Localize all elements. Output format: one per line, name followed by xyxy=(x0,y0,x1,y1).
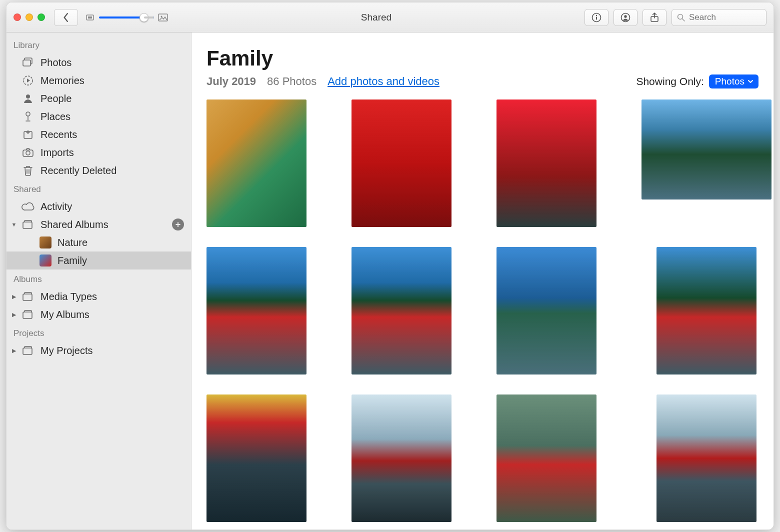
sidebar-item-shared-albums[interactable]: ▼ Shared Albums + xyxy=(6,216,191,234)
titlebar: Shared xyxy=(6,2,774,32)
search-input[interactable] xyxy=(689,12,761,22)
photo-thumbnail[interactable] xyxy=(206,394,306,522)
search-field[interactable] xyxy=(672,9,766,26)
photo-thumbnail[interactable] xyxy=(352,394,452,522)
showing-filter: Showing Only: Photos xyxy=(636,74,758,88)
photo-thumbnail[interactable] xyxy=(496,247,596,374)
photo-grid xyxy=(206,100,758,522)
sidebar-item-label: Activity xyxy=(40,201,72,212)
svg-rect-19 xyxy=(23,222,32,228)
sidebar-item-places[interactable]: Places xyxy=(6,108,191,126)
sidebar-item-family[interactable]: Family xyxy=(6,252,191,270)
sidebar-item-label: Memories xyxy=(40,75,84,86)
disclosure-triangle-icon[interactable]: ▶ xyxy=(10,347,18,354)
photo-thumbnail[interactable] xyxy=(352,100,452,227)
sidebar-item-memories[interactable]: Memories xyxy=(6,72,191,90)
photo-thumbnail[interactable] xyxy=(496,100,596,227)
filter-pill[interactable]: Photos xyxy=(709,74,758,88)
svg-rect-22 xyxy=(23,348,32,354)
person-circle-icon xyxy=(620,12,630,22)
cloud-icon xyxy=(22,200,34,212)
album-thumbnail-icon xyxy=(40,236,52,248)
showing-label: Showing Only: xyxy=(636,76,704,88)
add-photos-link[interactable]: Add photos and videos xyxy=(328,75,440,88)
svg-rect-1 xyxy=(88,16,92,18)
album-date: July 2019 xyxy=(206,75,256,88)
zoom-small-icon xyxy=(86,14,95,21)
back-button[interactable] xyxy=(54,9,78,26)
disclosure-triangle-icon[interactable]: ▶ xyxy=(10,293,18,300)
sidebar-item-label: Media Types xyxy=(40,291,97,302)
album-stack-icon xyxy=(22,344,34,356)
sidebar-item-activity[interactable]: Activity xyxy=(6,198,191,216)
sidebar-item-label: Recently Deleted xyxy=(40,165,116,176)
zoom-large-icon xyxy=(158,14,168,22)
album-stack-icon xyxy=(22,308,34,320)
info-button[interactable] xyxy=(584,9,608,26)
chevron-down-icon xyxy=(748,78,754,84)
sidebar-item-label: My Albums xyxy=(40,309,90,320)
window-title: Shared xyxy=(173,12,580,23)
share-icon xyxy=(650,12,659,22)
people-icon xyxy=(22,92,34,104)
sidebar-item-media-types[interactable]: ▶ Media Types xyxy=(6,288,191,306)
sidebar-item-people[interactable]: People xyxy=(6,90,191,108)
memories-icon xyxy=(22,74,34,86)
plus-icon: + xyxy=(176,220,181,230)
imports-camera-icon xyxy=(22,146,34,158)
info-icon xyxy=(592,12,602,22)
photo-thumbnail[interactable] xyxy=(642,100,772,200)
photo-thumbnail[interactable] xyxy=(352,247,452,374)
svg-rect-20 xyxy=(23,294,32,300)
people-button[interactable] xyxy=(614,9,638,26)
sidebar-item-label: Imports xyxy=(40,147,74,158)
sidebar-item-label: My Projects xyxy=(40,345,92,356)
sidebar-item-nature[interactable]: Nature xyxy=(6,234,191,252)
sidebar-item-photos[interactable]: Photos xyxy=(6,54,191,72)
add-shared-album-button[interactable]: + xyxy=(172,218,184,230)
places-pin-icon xyxy=(22,110,34,122)
photo-thumbnail[interactable] xyxy=(206,247,306,374)
svg-point-8 xyxy=(624,15,626,18)
photo-thumbnail[interactable] xyxy=(206,100,306,227)
album-title: Family xyxy=(206,46,758,70)
sidebar: Library Photos Memories People xyxy=(6,32,192,530)
sidebar-item-recents[interactable]: Recents xyxy=(6,126,191,144)
sidebar-section-projects: Projects xyxy=(6,324,191,342)
minimize-window-button[interactable] xyxy=(26,14,33,21)
main-content: Family July 2019 86 Photos Add photos an… xyxy=(192,32,774,530)
sidebar-item-imports[interactable]: Imports xyxy=(6,144,191,162)
sidebar-item-label: Nature xyxy=(58,237,88,248)
filter-pill-label: Photos xyxy=(715,76,744,87)
zoom-slider-group xyxy=(86,14,168,22)
svg-point-15 xyxy=(26,112,30,116)
photo-thumbnail[interactable] xyxy=(496,394,596,522)
album-stack-icon xyxy=(22,218,34,230)
chevron-left-icon xyxy=(62,13,70,22)
disclosure-triangle-icon[interactable]: ▶ xyxy=(10,311,18,318)
sidebar-item-label: Places xyxy=(40,111,70,122)
photo-thumbnail[interactable] xyxy=(656,394,756,522)
svg-rect-6 xyxy=(596,16,597,20)
zoom-slider-knob[interactable] xyxy=(140,13,148,22)
sidebar-section-albums: Albums xyxy=(6,270,191,288)
sidebar-item-my-albums[interactable]: ▶ My Albums xyxy=(6,306,191,324)
svg-rect-21 xyxy=(23,312,32,318)
disclosure-triangle-icon[interactable]: ▼ xyxy=(10,221,18,228)
zoom-slider[interactable] xyxy=(99,16,154,18)
svg-point-14 xyxy=(26,94,30,98)
share-button[interactable] xyxy=(642,9,666,26)
sidebar-item-my-projects[interactable]: ▶ My Projects xyxy=(6,342,191,360)
fullscreen-window-button[interactable] xyxy=(38,14,45,21)
photos-stack-icon xyxy=(22,56,34,68)
recents-icon xyxy=(22,128,34,140)
traffic-lights xyxy=(14,14,45,21)
sidebar-item-label: Photos xyxy=(40,57,72,68)
sidebar-item-label: Recents xyxy=(40,129,77,140)
sidebar-item-recently-deleted[interactable]: Recently Deleted xyxy=(6,162,191,180)
photo-thumbnail[interactable] xyxy=(656,247,756,374)
svg-rect-12 xyxy=(23,60,30,66)
search-icon xyxy=(677,14,685,22)
close-window-button[interactable] xyxy=(14,14,21,21)
sidebar-item-label: People xyxy=(40,93,72,104)
